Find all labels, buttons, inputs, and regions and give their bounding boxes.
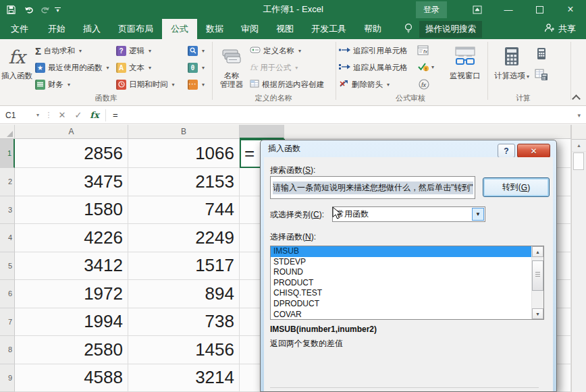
undo-button[interactable]: ▾ xyxy=(24,5,31,14)
save-icon[interactable] xyxy=(7,5,16,14)
row-header-3[interactable]: 3 xyxy=(0,196,15,225)
tab-data[interactable]: 数据 xyxy=(197,19,232,39)
date-time-button[interactable]: 日期和时间 xyxy=(116,77,175,92)
tell-me-search[interactable]: 操作说明搜索 xyxy=(404,19,482,39)
function-list-item[interactable]: STDEVP xyxy=(271,257,543,268)
vertical-scrollbar[interactable]: ▲ xyxy=(571,125,586,392)
cell-b6[interactable]: 894 xyxy=(128,280,240,308)
tab-formulas[interactable]: 公式 xyxy=(162,19,197,39)
scroll-up-icon[interactable]: ▲ xyxy=(572,139,586,152)
watch-window-button[interactable]: 监视窗口 xyxy=(446,41,485,102)
define-name-button[interactable]: 定义名称 xyxy=(250,43,301,58)
cell-b7[interactable]: 738 xyxy=(128,308,240,337)
list-scroll-up-icon[interactable]: ▲ xyxy=(532,246,543,257)
tab-developer[interactable]: 开发工具 xyxy=(302,19,355,39)
row-header-7[interactable]: 7 xyxy=(0,308,15,337)
function-list-item[interactable]: COVAR xyxy=(271,310,543,320)
cell-a6[interactable]: 1972 xyxy=(15,280,128,308)
function-list-item[interactable]: PRODUCT xyxy=(271,278,543,289)
cell-a8[interactable]: 2580 xyxy=(15,336,128,364)
logical-button[interactable]: ?逻辑 xyxy=(116,43,151,58)
list-scrollbar-thumb[interactable] xyxy=(532,260,543,291)
formula-input[interactable]: = xyxy=(109,110,118,120)
function-list-item[interactable]: DPRODUCT xyxy=(271,299,543,310)
maximize-button[interactable] xyxy=(524,0,555,19)
sign-in-button[interactable]: 登录 xyxy=(416,1,447,18)
row-header-5[interactable]: 5 xyxy=(0,252,15,281)
cell-a2[interactable]: 3475 xyxy=(15,168,128,196)
redo-button[interactable]: ▾ xyxy=(40,5,47,14)
dialog-close-button[interactable]: ✕ xyxy=(517,144,550,158)
insert-function-fx-button[interactable]: fx xyxy=(86,110,103,120)
remove-arrows-button[interactable]: 删除箭头 xyxy=(339,77,390,92)
cell-a1[interactable]: 2856 xyxy=(15,139,128,168)
more-functions-button[interactable]: ··· xyxy=(188,77,205,92)
close-button[interactable]: × xyxy=(555,0,586,19)
row-header-4[interactable]: 4 xyxy=(0,224,15,252)
calculate-now-button[interactable] xyxy=(536,47,547,61)
calculate-sheet-button[interactable] xyxy=(535,69,548,81)
financial-button[interactable]: 财务 xyxy=(35,77,70,92)
text-button[interactable]: A文本 xyxy=(116,60,151,75)
function-list-item[interactable]: CHISQ.TEST xyxy=(271,288,543,299)
tab-file[interactable]: 文件 xyxy=(0,19,39,39)
function-list-item[interactable]: IMSUB xyxy=(271,246,543,257)
math-trig-button[interactable]: θ xyxy=(188,60,205,75)
go-button[interactable]: 转到(G) xyxy=(483,177,550,197)
list-scroll-down-icon[interactable]: ▼ xyxy=(532,308,543,319)
minimize-button[interactable]: — xyxy=(493,0,524,19)
function-list-item[interactable]: ROUND xyxy=(271,267,543,278)
column-header-a[interactable]: A xyxy=(15,125,128,139)
cell-b5[interactable]: 1517 xyxy=(128,252,240,281)
confirm-entry-button[interactable]: ✓ xyxy=(70,110,86,120)
cell-b3[interactable]: 744 xyxy=(128,196,240,225)
cell-a4[interactable]: 4226 xyxy=(15,224,128,252)
category-dropdown[interactable]: 常用函数 ▼ xyxy=(332,206,485,222)
name-box-dropdown-icon[interactable]: ▾ xyxy=(36,112,39,118)
cell-b1[interactable]: 1066 xyxy=(128,139,240,168)
row-header-2[interactable]: 2 xyxy=(0,168,15,196)
column-header-d[interactable] xyxy=(284,125,571,139)
tell-me-label[interactable]: 操作说明搜索 xyxy=(419,21,482,38)
trace-precedents-button[interactable]: 追踪引用单元格 xyxy=(339,43,408,58)
row-header-9[interactable]: 9 xyxy=(0,364,15,392)
evaluate-formula-button[interactable]: fx xyxy=(419,79,429,90)
cell-a5[interactable]: 3412 xyxy=(15,252,128,281)
function-listbox[interactable]: IMSUB STDEVP ROUND PRODUCT CHISQ.TEST DP… xyxy=(270,246,544,320)
lookup-reference-button[interactable] xyxy=(188,43,205,58)
category-dropdown-arrow-icon[interactable]: ▼ xyxy=(472,208,484,221)
create-from-selection-button[interactable]: 根据所选内容创建 xyxy=(250,77,324,92)
select-all-corner[interactable] xyxy=(0,125,15,139)
cell-a9[interactable]: 4588 xyxy=(15,364,128,392)
tab-review[interactable]: 审阅 xyxy=(232,19,267,39)
cell-a3[interactable]: 1580 xyxy=(15,196,128,225)
cancel-entry-button[interactable]: ✕ xyxy=(54,110,70,120)
show-formulas-button[interactable]: fx xyxy=(417,45,429,55)
row-header-8[interactable]: 8 xyxy=(0,336,15,364)
error-checking-button[interactable]: ! xyxy=(417,62,434,72)
autosum-button[interactable]: Σ自动求和 xyxy=(35,43,82,58)
tab-help[interactable]: 帮助 xyxy=(355,19,390,39)
tab-insert[interactable]: 插入 xyxy=(74,19,109,39)
tab-home[interactable]: 开始 xyxy=(39,19,74,39)
share-button[interactable]: 共享 xyxy=(544,19,586,39)
row-header-6[interactable]: 6 xyxy=(0,280,15,308)
column-header-c[interactable] xyxy=(240,125,284,139)
collapse-ribbon-icon[interactable] xyxy=(573,94,579,100)
recently-used-button[interactable]: ★最近使用的函数 xyxy=(35,60,109,75)
scrollbar-thumb[interactable] xyxy=(573,152,584,170)
customize-qat-button[interactable]: ▾ xyxy=(55,7,61,12)
cell-b9[interactable]: 3214 xyxy=(128,364,240,392)
column-header-b[interactable]: B xyxy=(128,125,240,139)
insert-function-button[interactable]: fx 插入函数 xyxy=(1,41,32,102)
cell-b2[interactable]: 2153 xyxy=(128,168,240,196)
undo-dropdown-icon[interactable]: ▾ xyxy=(28,7,31,12)
row-header-1[interactable]: 1 xyxy=(0,139,15,168)
cell-b8[interactable]: 1456 xyxy=(128,336,240,364)
cell-b4[interactable]: 2249 xyxy=(128,224,240,252)
trace-dependents-button[interactable]: 追踪从属单元格 xyxy=(339,60,408,75)
ribbon-display-options-button[interactable] xyxy=(462,0,493,19)
function-list-scrollbar[interactable]: ▲ ▼ xyxy=(531,246,543,319)
tab-page-layout[interactable]: 页面布局 xyxy=(109,19,162,39)
cell-a7[interactable]: 1994 xyxy=(15,308,128,337)
